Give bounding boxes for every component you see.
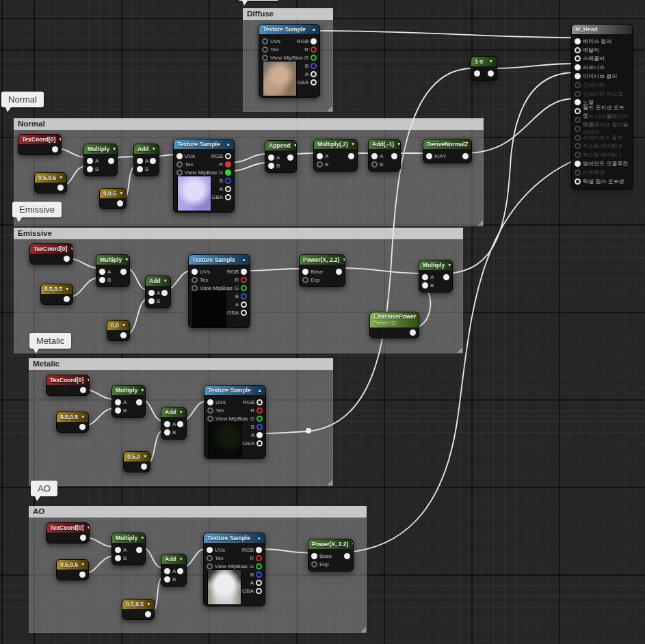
output-pin[interactable] [225,186,231,192]
output-pin[interactable] [410,330,416,336]
node-const-emissive-2[interactable]: 0,0▼ [107,320,130,341]
input-pin[interactable] [207,416,213,422]
node-const-emissive-1[interactable]: 0.5,0.5▼ [40,284,73,305]
output-pin[interactable] [311,79,317,85]
node-header[interactable]: EmissivePowerParam (1)▼ [370,312,419,327]
output-pin[interactable] [311,55,317,61]
node-ts-metalic[interactable]: Texture Sample▲UVsRGBTexRView MipBiasGBA… [204,385,266,459]
comment-bubble[interactable]: Emissive [12,202,62,217]
output-pin[interactable] [177,421,183,427]
node-texcoord-emissive[interactable]: TexCoord[0]▼ [29,243,73,265]
node-power-ao[interactable]: Power(X, 2.2)▼BaseExp [308,539,354,572]
node-add-ao[interactable]: Add▼AB [161,554,187,587]
output-pin[interactable] [348,153,354,159]
output-pin[interactable] [256,555,262,561]
texture-preview[interactable] [177,176,211,211]
input-pin[interactable] [148,290,155,296]
output-pin[interactable] [462,153,469,159]
node-header[interactable]: Add▼ [161,554,186,564]
reroute-node[interactable] [306,428,311,433]
input-pin[interactable] [371,153,378,159]
input-pin[interactable] [164,576,170,582]
comment-bubble[interactable]: Metalic [29,333,71,349]
node-header[interactable]: 0.5,0.5▼ [35,173,66,183]
output-pin[interactable] [256,563,262,569]
node-header[interactable]: TexCoord[0]▼ [18,135,61,144]
output-pin[interactable] [225,178,231,184]
input-pin[interactable] [575,64,581,70]
texture-preview[interactable] [263,61,297,96]
output-pin[interactable] [344,553,350,559]
input-pin[interactable] [99,269,105,275]
output-pin[interactable] [256,424,263,430]
input-pin[interactable] [575,47,581,53]
texture-preview[interactable] [208,422,242,457]
node-add-emissive[interactable]: Add▼AB [145,276,171,308]
wire[interactable] [492,64,575,68]
node-header[interactable]: TexCoord[0]▼ [47,523,89,533]
node-header[interactable]: Add▼ [146,276,170,286]
texture-preview[interactable] [192,291,226,327]
input-pin[interactable] [302,269,308,275]
input-pin[interactable] [164,568,170,574]
output-pin[interactable] [80,535,86,541]
input-pin[interactable] [575,91,581,97]
output-pin[interactable] [311,63,317,69]
output-pin[interactable] [145,611,151,617]
input-pin[interactable] [148,298,155,304]
input-pin[interactable] [575,82,581,88]
wire[interactable] [466,98,575,153]
input-pin[interactable] [262,38,268,44]
input-pin[interactable] [371,161,378,167]
input-pin[interactable] [575,126,581,132]
output-pin[interactable] [488,70,494,77]
output-pin[interactable] [256,580,262,586]
input-pin[interactable] [422,274,428,280]
node-header[interactable]: Texture Sample▲ [174,139,234,149]
node-multiply-emissive-2[interactable]: Multiply▼AB [419,260,453,293]
node-const-normal-2[interactable]: 0,0.5▼ [99,188,127,209]
output-pin[interactable] [336,269,342,275]
input-pin[interactable] [422,282,428,289]
node-add-minus1[interactable]: Add(,-1)▼AB [368,139,401,172]
output-pin[interactable] [80,387,86,393]
dropdown-arrow-icon[interactable]: ▼ [58,135,61,144]
node-header[interactable]: Texture Sample▲ [189,255,250,265]
node-const-metalic-1[interactable]: 0.5,0.5▼ [56,412,89,433]
node-header[interactable]: TexCoord[0]▼ [47,375,89,385]
output-pin[interactable] [391,153,397,159]
output-pin[interactable] [225,161,231,167]
input-pin[interactable] [311,553,317,559]
node-header[interactable]: Add▼ [134,144,159,154]
comment-bubble[interactable]: AO [31,481,57,496]
node-header[interactable]: 0,0▼ [107,321,129,330]
node-header[interactable]: 1-x▼ [471,57,497,66]
output-pin[interactable] [108,158,114,164]
input-pin[interactable] [575,178,581,185]
node-ts-diffuse[interactable]: Texture Sample▲UVsRGBTexRView MipBiasGBA… [259,24,320,98]
input-pin[interactable] [137,158,143,164]
node-const-ao-1[interactable]: 0.5,0.5▼ [56,559,89,580]
node-multiply-metalic[interactable]: Multiply▼AB [111,385,146,418]
dropdown-arrow-icon[interactable]: ▼ [293,141,296,150]
dropdown-arrow-icon[interactable]: ▼ [447,260,451,270]
node-ts-emissive[interactable]: Texture Sample▲UVsRGBTexRView MipBiasGBA… [188,254,250,328]
collapse-arrow-icon[interactable]: ▲ [226,139,231,149]
output-pin[interactable] [150,158,156,164]
dropdown-arrow-icon[interactable]: ▼ [179,554,183,564]
output-pin[interactable] [287,155,293,161]
output-pin[interactable] [256,432,263,438]
input-pin[interactable] [575,38,581,44]
input-pin[interactable] [87,158,93,164]
output-pin[interactable] [79,424,85,430]
node-power-emissive[interactable]: Power(X, 2.2)▼BaseExp [299,254,345,287]
dropdown-arrow-icon[interactable]: ▼ [70,244,73,254]
input-pin[interactable] [268,163,274,169]
dropdown-arrow-icon[interactable]: ▼ [122,321,126,330]
input-pin[interactable] [575,143,581,149]
input-pin[interactable] [426,153,432,159]
dropdown-arrow-icon[interactable]: ▼ [146,600,150,609]
output-pin[interactable] [117,200,123,206]
output-pin[interactable] [311,71,317,77]
output-pin[interactable] [241,269,247,275]
